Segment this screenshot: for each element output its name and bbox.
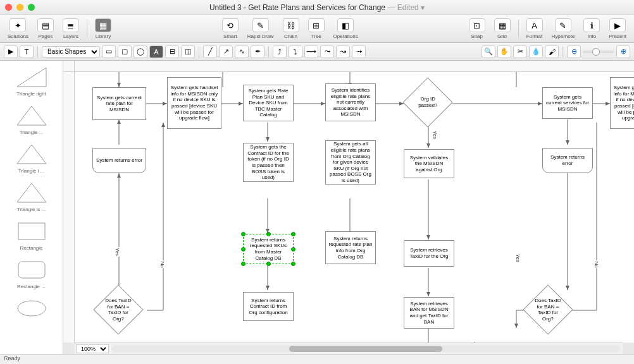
edge-label-yes: Yes	[115, 247, 120, 257]
eyedropper-tool[interactable]: 💧	[529, 46, 543, 58]
node-validate-msisdn[interactable]: System validates the MSISDN against Org	[404, 149, 454, 178]
textbox-tool[interactable]: ⊟	[165, 46, 179, 58]
zoom-in-button[interactable]: ⊕	[616, 46, 630, 58]
edge-label-no: No	[159, 260, 165, 268]
horizontal-scrollbar[interactable]: 100%	[75, 343, 623, 354]
present-button[interactable]: ▶Present	[605, 17, 630, 40]
shape-roundrect[interactable]: Rectangle ...	[4, 257, 59, 289]
edge-label-no: No	[594, 260, 599, 268]
main-toolbar: ✦Solutions ▤Pages ≣Layers ▦Library ⟲Smar…	[0, 15, 634, 43]
close-icon[interactable]	[5, 4, 12, 11]
callout-tool[interactable]: ◫	[181, 46, 195, 58]
svg-point-2	[18, 301, 46, 316]
arrow-tool[interactable]: ↗	[219, 46, 233, 58]
node-return-error-2[interactable]: System returns error	[542, 148, 593, 173]
svg-rect-1	[18, 262, 45, 278]
node-return-error-1[interactable]: System returns error	[92, 148, 146, 173]
conn6-tool[interactable]: ⇢	[352, 46, 366, 58]
node-contract-id[interactable]: System gets the Contract ID for the toke…	[243, 143, 294, 182]
edge-label-yes: Yes	[432, 130, 438, 140]
conn4-tool[interactable]: ⤳	[320, 46, 334, 58]
conn5-tool[interactable]: ↝	[336, 46, 350, 58]
roundrect-tool[interactable]: ▢	[118, 46, 132, 58]
tools-bar: ▶ T Basic Shapes ▭ ▢ ◯ A ⊟ ◫ ╱ ↗ ∿ ✒ ⤴ ⤵…	[0, 43, 634, 61]
minimize-icon[interactable]	[16, 4, 23, 11]
snap-button[interactable]: ⊡Snap	[465, 17, 489, 40]
library-button[interactable]: ▦Library	[91, 17, 115, 40]
scroll-thumb[interactable]	[289, 346, 442, 352]
hand-tool[interactable]: ✋	[497, 46, 511, 58]
info-button[interactable]: ℹInfo	[580, 17, 604, 40]
text-tool[interactable]: T	[20, 46, 34, 58]
paint-tool[interactable]: 🖌	[545, 46, 559, 58]
node-return-skus[interactable]: System returns requested SKUs from Maste…	[243, 234, 294, 264]
conn3-tool[interactable]: ⟿	[304, 46, 318, 58]
tree-button[interactable]: ⊞Tree	[304, 17, 328, 40]
main-area: Triangle right Triangle ... Triangle i .…	[0, 61, 634, 354]
ellipse-tool[interactable]: ◯	[134, 46, 147, 58]
format-button[interactable]: AFormat	[523, 17, 547, 40]
pages-button[interactable]: ▤Pages	[34, 17, 58, 40]
node-retrieve-ban[interactable]: System retrieves BAN for MSISDN and get …	[404, 297, 454, 329]
shape-selector[interactable]: Basic Shapes	[42, 46, 100, 58]
horizontal-ruler[interactable]	[75, 61, 634, 72]
ruler-corner	[63, 61, 75, 72]
node-get-rate-plan[interactable]: System gets current rate plan for MSISDN	[92, 87, 146, 120]
node-taxid-match-2[interactable]: Does TaxID for BAN = TaxID for Org?	[523, 284, 573, 334]
node-return-plan-info[interactable]: System returns requested rate plan info …	[325, 231, 376, 264]
node-eligible-plans[interactable]: System gets all eligible rate plans from…	[325, 140, 376, 185]
text-shape-tool[interactable]: A	[149, 46, 163, 58]
node-handset-info-2[interactable]: System gets handset info for MSISDN only…	[610, 77, 634, 129]
vertical-ruler[interactable]	[63, 72, 75, 343]
shape-triangle-right[interactable]: Triangle right	[4, 64, 59, 97]
line-tool[interactable]: ╱	[203, 46, 217, 58]
solutions-button[interactable]: ✦Solutions	[4, 17, 32, 40]
zoom-out-button[interactable]: ⊖	[567, 46, 581, 58]
node-handset-info-1[interactable]: System gets handset info for MSISDN only…	[167, 77, 221, 129]
grid-button[interactable]: ▦Grid	[490, 17, 514, 40]
smart-button[interactable]: ⟲Smart	[218, 17, 242, 40]
pen-tool[interactable]: ✒	[251, 46, 264, 58]
rect-tool[interactable]: ▭	[102, 46, 116, 58]
shape-ellipse[interactable]	[4, 296, 59, 322]
window-controls	[5, 4, 35, 11]
operations-button[interactable]: ◧Operations	[330, 17, 362, 40]
svg-rect-0	[18, 223, 45, 240]
cut-tool[interactable]: ✂	[513, 46, 527, 58]
edge-label-yes: Yes	[515, 253, 521, 263]
titlebar: Untitled 3 - Get Rate Plans and Services…	[0, 0, 634, 15]
shape-triangle-4[interactable]: Triangle is ...	[4, 180, 59, 212]
curve-tool[interactable]: ∿	[235, 46, 249, 58]
shape-triangle-3[interactable]: Triangle i ...	[4, 142, 59, 174]
shapes-sidebar[interactable]: Triangle right Triangle ... Triangle i .…	[0, 61, 63, 354]
zoom-slider[interactable]	[583, 51, 614, 53]
canvas-wrap: System gets current rate plan for MSISDN…	[63, 61, 634, 354]
zoom-icon[interactable]	[28, 4, 35, 11]
canvas[interactable]: System gets current rate plan for MSISDN…	[75, 72, 634, 343]
node-taxid-match-1[interactable]: Does TaxID for BAN = TaxID for Org?	[93, 284, 143, 334]
node-return-contract-id[interactable]: System returns Contract ID from Org conf…	[243, 292, 294, 321]
shape-triangle-2[interactable]: Triangle ...	[4, 103, 59, 135]
pointer-tool[interactable]: ▶	[4, 46, 18, 58]
conn1-tool[interactable]: ⤴	[273, 46, 287, 58]
zoom-dropdown[interactable]: 100%	[76, 344, 109, 353]
window-title: Untitled 3 - Get Rate Plans and Services…	[209, 3, 425, 12]
layers-button[interactable]: ≣Layers	[59, 17, 83, 40]
zoom-tool[interactable]: 🔍	[482, 46, 495, 58]
hypernote-button[interactable]: ✎Hypernote	[548, 17, 579, 40]
node-retrieve-taxid[interactable]: System retrieves TaxID for the Org	[404, 240, 454, 267]
node-rate-plan-sku[interactable]: System gets Rate Plan SKU and Device SKU…	[243, 85, 294, 121]
node-identify-plans[interactable]: System identifies eligible rate plans no…	[325, 83, 376, 121]
node-current-services[interactable]: System gets current services for MSISDN	[542, 87, 593, 119]
status-bar: Ready	[0, 354, 634, 364]
conn2-tool[interactable]: ⤵	[289, 46, 302, 58]
node-org-id-passed[interactable]: Org ID passed?	[402, 77, 452, 127]
rapid-draw-button[interactable]: ✎Rapid Draw	[244, 17, 278, 40]
chain-button[interactable]: ⛓Chain	[279, 17, 303, 40]
shape-rectangle[interactable]: Rectangle	[4, 219, 59, 251]
